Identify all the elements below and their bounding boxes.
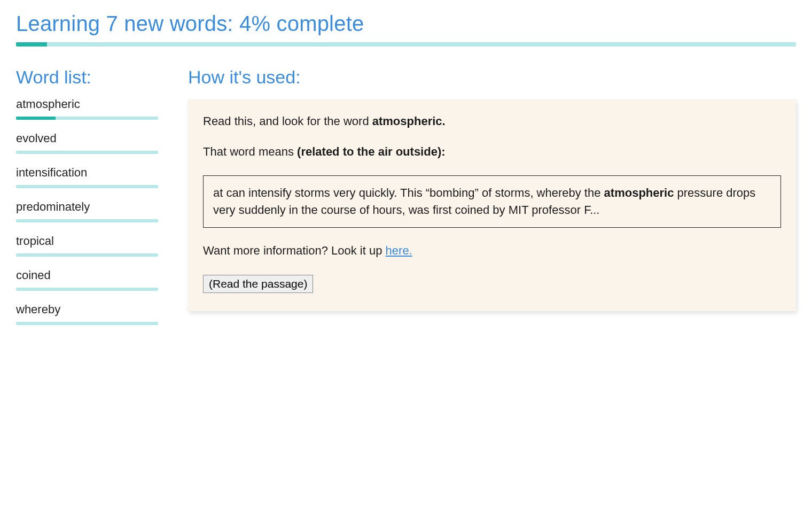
definition-text: (related to the air outside): xyxy=(297,145,445,158)
page-title: Learning 7 new words: 4% complete xyxy=(16,12,796,36)
more-info-line: Want more information? Look it up here. xyxy=(203,244,781,258)
word-list-item[interactable]: atmospheric xyxy=(16,97,158,111)
word-list-item[interactable]: predominately xyxy=(16,200,158,214)
word-list-heading: Word list: xyxy=(16,67,158,88)
usage-heading: How it's used: xyxy=(188,67,796,88)
word-list-item[interactable]: coined xyxy=(16,268,158,282)
word-progress-bar xyxy=(16,219,158,222)
more-info-link[interactable]: here. xyxy=(386,244,412,257)
word-progress-bar xyxy=(16,185,158,188)
word-list-item[interactable]: evolved xyxy=(16,132,158,145)
word-progress-bar xyxy=(16,253,158,257)
definition-line: That word means (related to the air outs… xyxy=(203,143,781,160)
word-progress-fill xyxy=(16,117,56,120)
instruction-target-word: atmospheric. xyxy=(372,114,446,128)
word-progress-bar xyxy=(16,117,158,120)
word-list-item[interactable]: intensification xyxy=(16,166,158,180)
overall-progress-fill xyxy=(16,42,47,47)
word-progress-bar xyxy=(16,151,158,154)
word-progress-bar xyxy=(16,322,158,325)
usage-panel: Read this, and look for the word atmosph… xyxy=(188,99,796,311)
instruction-prefix: Read this, and look for the word xyxy=(203,114,372,128)
usage-panel-column: How it's used: Read this, and look for t… xyxy=(188,67,796,311)
overall-progress-bar xyxy=(16,42,796,47)
instruction-line: Read this, and look for the word atmosph… xyxy=(203,112,781,130)
read-passage-button[interactable]: (Read the passage) xyxy=(203,275,313,293)
word-progress-bar xyxy=(16,288,158,291)
definition-prefix: That word means xyxy=(203,145,297,158)
word-list-item[interactable]: tropical xyxy=(16,234,158,248)
more-info-prefix: Want more information? Look it up xyxy=(203,244,386,257)
passage-excerpt: at can intensify storms very quickly. Th… xyxy=(203,175,781,228)
excerpt-highlight-word: atmospheric xyxy=(604,186,674,199)
word-list-sidebar: Word list: atmosphericevolvedintensifica… xyxy=(16,67,158,325)
excerpt-before: at can intensify storms very quickly. Th… xyxy=(213,186,604,199)
word-list-item[interactable]: whereby xyxy=(16,303,158,317)
